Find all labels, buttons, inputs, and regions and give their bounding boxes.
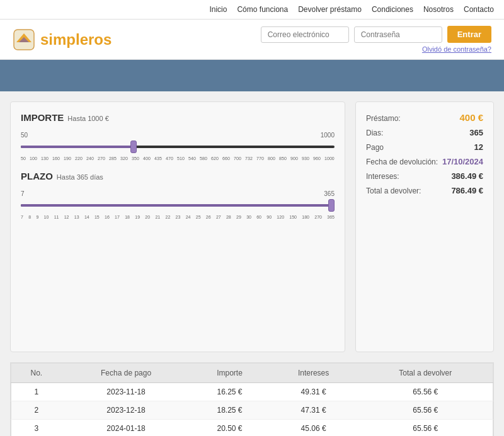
plazo-slider-container: 7 365 7891011121314151617181920212223242… <box>21 190 335 219</box>
password-field[interactable] <box>354 26 442 43</box>
plazo-ticks: 7891011121314151617181920212223242526272… <box>21 215 335 219</box>
table-cell: 65.56 € <box>358 401 493 420</box>
amount-section-title: IMPORTE Hasta 1000 € <box>21 112 335 127</box>
amount-thumb[interactable] <box>130 141 137 153</box>
plazo-min-label: 7 <box>21 190 25 197</box>
top-navigation: Inicio Cómo funciona Devolver préstamo C… <box>0 0 504 20</box>
header-auth: Entrar Olvidó de contraseña? <box>261 26 491 53</box>
table-cell: 45.06 € <box>269 420 358 437</box>
intereses-label: Intereses: <box>366 172 399 181</box>
table-cell: 2 <box>11 401 62 420</box>
summary-fecha: Fecha de devolución: 17/10/2024 <box>366 157 483 166</box>
table-cell: 2023-12-18 <box>62 401 191 420</box>
col-no: No. <box>11 364 62 383</box>
table-cell: 1 <box>11 383 62 401</box>
summary-total: Total a devolver: 786.49 € <box>366 186 483 195</box>
nav-condiciones[interactable]: Condiciones <box>372 5 413 14</box>
table-cell: 65.56 € <box>358 420 493 437</box>
dias-value: 365 <box>469 128 483 137</box>
logo-icon <box>13 28 35 51</box>
col-importe: Importe <box>190 364 268 383</box>
payment-table-section: No. Fecha de pago Importe Intereses Tota… <box>0 362 504 436</box>
prestamo-value: 400 € <box>459 112 483 123</box>
email-field[interactable] <box>261 26 349 43</box>
importe-subtitle: Hasta 1000 € <box>67 115 108 122</box>
prestamo-label: Préstamo: <box>366 114 401 123</box>
table-cell: 47.31 € <box>269 401 358 420</box>
plazo-section-title: PLAZO Hasta 365 días <box>21 171 335 185</box>
payment-table: No. Fecha de pago Importe Intereses Tota… <box>11 363 493 436</box>
table-cell: 20.50 € <box>190 420 268 437</box>
table-cell: 49.31 € <box>269 383 358 401</box>
summary-intereses: Intereses: 386.49 € <box>366 171 483 181</box>
plazo-thumb[interactable] <box>328 199 335 212</box>
table-cell: 3 <box>11 420 62 437</box>
calculator-panel: IMPORTE Hasta 1000 € 50 1000 50100130160… <box>10 101 345 352</box>
dias-label: Dias: <box>366 129 383 137</box>
forgot-password-link[interactable]: Olvidó de contraseña? <box>422 45 491 53</box>
summary-panel: Préstamo: 400 € Dias: 365 Pago 12 Fecha … <box>355 101 494 352</box>
plazo-slider-labels: 7 365 <box>21 190 335 197</box>
amount-track-fill <box>21 146 134 148</box>
nav-como-funciona[interactable]: Cómo funciona <box>237 5 288 14</box>
logo-text: simpleros <box>40 31 112 49</box>
table-cell: 2023-11-18 <box>62 383 191 401</box>
pago-label: Pago <box>366 143 384 152</box>
table-cell: 16.25 € <box>190 383 268 401</box>
main-content: IMPORTE Hasta 1000 € 50 1000 50100130160… <box>0 91 504 362</box>
site-header: simpleros Entrar Olvidó de contraseña? <box>0 20 504 60</box>
table-row: 32024-01-1820.50 €45.06 €65.56 € <box>11 420 493 437</box>
table-wrapper[interactable]: No. Fecha de pago Importe Intereses Tota… <box>10 362 494 436</box>
table-cell: 65.56 € <box>358 383 493 401</box>
importe-title: IMPORTE <box>21 112 64 123</box>
total-label: Total a devolver: <box>366 186 421 195</box>
summary-dias: Dias: 365 <box>366 128 483 137</box>
col-fecha: Fecha de pago <box>62 364 191 383</box>
fecha-value: 17/10/2024 <box>442 157 483 166</box>
nav-devolver-prestamo[interactable]: Devolver préstamo <box>298 5 362 14</box>
pago-value: 12 <box>474 142 483 152</box>
plazo-subtitle: Hasta 365 días <box>57 173 103 181</box>
table-row: 12023-11-1816.25 €49.31 €65.56 € <box>11 383 493 401</box>
table-row: 22023-12-1818.25 €47.31 €65.56 € <box>11 401 493 420</box>
col-intereses: Intereses <box>269 364 358 383</box>
summary-prestamo: Préstamo: 400 € <box>366 112 483 123</box>
nav-inicio[interactable]: Inicio <box>209 5 227 14</box>
amount-max-label: 1000 <box>321 132 335 139</box>
nav-nosotros[interactable]: Nosotros <box>423 5 454 14</box>
amount-slider-labels: 50 1000 <box>21 132 335 139</box>
summary-pago: Pago 12 <box>366 142 483 152</box>
plazo-track-fill <box>21 204 331 207</box>
amount-min-label: 50 <box>21 132 28 139</box>
auth-inputs: Entrar <box>261 26 491 43</box>
plazo-title: PLAZO <box>21 171 53 181</box>
intereses-value: 386.49 € <box>451 171 483 181</box>
amount-ticks: 5010013016019022024027028532035040043547… <box>21 156 335 161</box>
nav-contacto[interactable]: Contacto <box>464 5 494 14</box>
table-body: 12023-11-1816.25 €49.31 €65.56 €22023-12… <box>11 383 493 437</box>
table-cell: 18.25 € <box>190 401 268 420</box>
blue-decorative-band <box>0 60 504 91</box>
total-value: 786.49 € <box>451 186 483 195</box>
login-button[interactable]: Entrar <box>447 26 491 43</box>
table-cell: 2024-01-18 <box>62 420 191 437</box>
logo: simpleros <box>13 28 112 51</box>
col-total: Total a devolver <box>358 364 493 383</box>
amount-slider-container: 50 1000 50100130160190220240270285320350… <box>21 132 335 161</box>
fecha-label: Fecha de devolución: <box>366 158 438 166</box>
table-header: No. Fecha de pago Importe Intereses Tota… <box>11 364 493 383</box>
plazo-max-label: 365 <box>324 190 335 197</box>
